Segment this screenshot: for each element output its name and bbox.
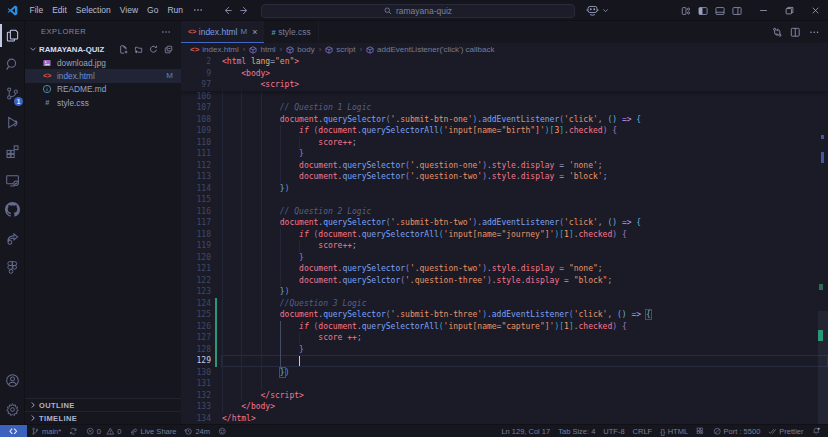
forward-arrow-icon[interactable]	[239, 5, 250, 16]
menu-file[interactable]: File	[25, 0, 48, 20]
file-item-download.jpg[interactable]: download.jpg	[25, 56, 181, 69]
line-number: 117	[181, 217, 211, 229]
status-timer[interactable]: 24m	[180, 427, 214, 436]
ext-gear-icon	[696, 427, 705, 436]
menu-overflow[interactable]	[188, 5, 208, 15]
customize-layout-icon[interactable]	[681, 6, 691, 16]
activity-files-icon[interactable]	[0, 21, 24, 50]
git-added-indicator	[215, 298, 218, 367]
refresh-icon[interactable]	[149, 45, 158, 54]
breadcrumb-item[interactable]: <>index.html	[190, 45, 239, 54]
menu-edit[interactable]: Edit	[48, 0, 72, 20]
command-center-search[interactable]: ramayana-quiz	[261, 4, 575, 18]
explorer-sidebar: EXPLORER RAMAYANA-QUIZ download.jpg<>ind…	[24, 21, 181, 424]
toggle-sidebar-icon[interactable]	[698, 6, 708, 16]
tab-index.html[interactable]: <>index.htmlM×	[181, 21, 264, 43]
open-changes-icon[interactable]	[772, 27, 783, 38]
menu-selection[interactable]: Selection	[71, 0, 115, 20]
editor-more-icon[interactable]	[809, 27, 820, 38]
breadcrumb-separator: ›	[359, 45, 362, 54]
status-live-server-port[interactable]: Port : 5500	[709, 427, 765, 436]
line-number: 132	[181, 390, 211, 402]
copilot-menu[interactable]	[586, 0, 609, 21]
breadcrumb-label: html	[260, 45, 275, 54]
minimize-button[interactable]	[750, 0, 776, 21]
activity-live-share-icon[interactable]	[0, 224, 24, 253]
activity-search-icon[interactable]	[0, 50, 24, 79]
status-label: Ln 129, Col 17	[501, 427, 550, 436]
html-file-icon: <>	[188, 27, 196, 36]
indent-guide	[222, 91, 223, 413]
line-number: 120	[181, 252, 211, 264]
indent-guide	[299, 137, 300, 149]
css-file-icon: #	[271, 28, 275, 37]
code-editor[interactable]: 106107 // Question 1 Logic108 document.q…	[181, 56, 828, 424]
activity-remote-explorer-icon[interactable]	[0, 166, 24, 195]
line-content: </body>	[222, 401, 275, 413]
breadcrumb-item[interactable]: addEventListener('click') callback	[366, 45, 494, 54]
overview-ruler-mark	[819, 284, 823, 290]
line-number: 2	[181, 56, 211, 68]
live-share-icon	[130, 427, 139, 436]
close-button[interactable]	[802, 0, 828, 21]
tab-style.css[interactable]: #style.css	[264, 21, 318, 43]
timeline-section[interactable]: TIMELINE	[25, 411, 181, 424]
new-file-icon[interactable]	[119, 45, 128, 54]
status-git-branch[interactable]: main*	[27, 427, 65, 436]
scrollbar-slider[interactable]	[818, 311, 828, 424]
code-line-124: 124 //Question 3 Logic	[181, 298, 828, 310]
toggle-panel-icon[interactable]	[715, 6, 725, 16]
status-feedback[interactable]	[214, 427, 231, 436]
status-sync[interactable]	[65, 427, 82, 436]
history-icon	[184, 427, 193, 436]
status-notifications[interactable]	[808, 427, 825, 436]
status-live-share[interactable]: Live Share	[126, 427, 181, 436]
remote-indicator[interactable]	[0, 425, 27, 437]
tab-bar: <>index.htmlM×#style.css	[181, 21, 828, 43]
status-indentation[interactable]: Tab Size: 4	[554, 427, 599, 436]
breadcrumb-item[interactable]: body	[286, 45, 314, 54]
project-folder-row[interactable]: RAMAYANA-QUIZ	[25, 42, 181, 56]
file-item-index.html[interactable]: <>index.htmlM	[25, 69, 181, 82]
line-number: 131	[181, 378, 211, 390]
menu-go[interactable]: Go	[143, 0, 163, 20]
activity-settings-gear-icon[interactable]	[0, 395, 24, 424]
activity-bar: 1	[0, 21, 24, 424]
status-eol[interactable]: CRLF	[629, 427, 657, 436]
activity-source-control-icon[interactable]: 1	[0, 79, 24, 108]
status-problems[interactable]: 00	[82, 427, 126, 436]
breadcrumb-item[interactable]: script	[325, 45, 355, 54]
activity-extensions-icon[interactable]	[0, 137, 24, 166]
tab-close-icon[interactable]: ×	[252, 27, 257, 37]
status-language-mode[interactable]: {}HTML	[656, 427, 692, 436]
back-arrow-icon[interactable]	[222, 5, 233, 16]
explorer-more-icon[interactable]	[161, 27, 171, 37]
status-label: HTML	[668, 427, 688, 436]
new-folder-icon[interactable]	[134, 45, 143, 54]
breadcrumbs: <>index.html›html›body›script›addEventLi…	[181, 43, 828, 56]
status-encoding[interactable]: UTF-8	[599, 427, 628, 436]
line-number: 9	[181, 68, 211, 80]
file-item-README.md[interactable]: README.md	[25, 83, 181, 96]
line-number: 134	[181, 413, 211, 425]
breadcrumb-item[interactable]: html	[249, 45, 275, 54]
collapse-folders-icon[interactable]	[164, 45, 173, 54]
menu-run[interactable]: Run	[163, 0, 188, 20]
status-prettier[interactable]: Prettier	[764, 427, 807, 436]
menu-view[interactable]: View	[115, 0, 142, 20]
activity-figma-icon[interactable]	[0, 253, 24, 282]
activity-run-debug-icon[interactable]	[0, 108, 24, 137]
split-editor-icon[interactable]	[790, 27, 801, 38]
activity-account-icon[interactable]	[0, 366, 24, 395]
code-line-114: 114 })	[181, 183, 828, 195]
bell-icon	[812, 427, 821, 436]
status-cursor-position[interactable]: Ln 129, Col 17	[497, 427, 554, 436]
search-icon	[384, 7, 392, 15]
code-line-128: 128 }	[181, 344, 828, 356]
toggle-secondary-sidebar-icon[interactable]	[732, 6, 742, 16]
outline-section[interactable]: OUTLINE	[25, 398, 181, 411]
activity-github-icon[interactable]	[0, 195, 24, 224]
restore-button[interactable]	[776, 0, 802, 21]
status-extension-status[interactable]	[692, 427, 709, 436]
file-item-style.css[interactable]: #style.css	[25, 96, 181, 109]
